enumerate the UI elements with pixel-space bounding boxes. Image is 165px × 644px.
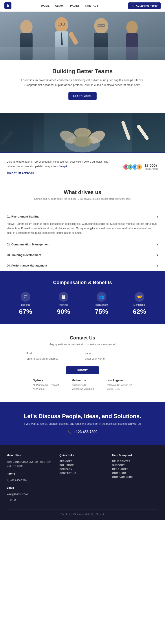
accordion-header-3[interactable]: 03. Training Development ∨	[0, 250, 165, 260]
cta-subtitle: If you want to recruit, engage, develop,…	[9, 422, 156, 426]
phone-label: Phone	[7, 472, 53, 475]
footer-link-solutions[interactable]: SOLUTIONS	[59, 464, 106, 466]
office-los-angeles: Los Angeles 340 Main St, Venice CA90291,…	[107, 378, 132, 391]
phone-icon-cta: 📞	[68, 430, 72, 434]
offices-grid: Sydney 45 Pirrama Rd, PyrmontNSW 2022 Me…	[26, 378, 139, 391]
logo[interactable]: b	[5, 2, 12, 9]
footer-link-company[interactable]: COMPANY	[59, 468, 106, 470]
name-form-group: Name	[85, 352, 139, 362]
footer-bottom: Sample text. Click to select the Text El…	[7, 510, 158, 516]
about-section: Duis aute irure dolor in reprehenderit i…	[0, 152, 165, 180]
compensation-section: Compensation & Benefits 🛡 Benefits 67% 📋…	[0, 271, 165, 324]
hero-title: Building Better Teams	[18, 68, 147, 75]
footer-grid: Main office 2102 George Urban Blvd, 3rd …	[7, 454, 158, 503]
stats-label: 18,000+ Happy Hirings	[144, 164, 158, 170]
nav-about[interactable]: ABOUT	[55, 4, 65, 7]
accordion-label-4: 04. Performance Management	[7, 264, 47, 267]
nav-cta-button[interactable]: 📞 +1 (234) 567-8910	[128, 2, 160, 9]
footer-link-services[interactable]: SERVICES	[59, 460, 106, 462]
main-office-label: Main office	[7, 454, 53, 457]
team-image	[0, 113, 165, 152]
footer-phone: 📞 +123 456 7890	[7, 478, 53, 482]
submit-button[interactable]: SUBMIT	[66, 366, 99, 374]
footer-email: ✉ HI@EMAIL.COM	[7, 492, 53, 496]
accordion: 01. Recruitment Staffing ∨ Answer: Lorem…	[0, 211, 165, 271]
footer-link-resources[interactable]: RESOURCES	[112, 468, 158, 470]
accordion-item-3: 03. Training Development ∨	[0, 250, 165, 260]
nav-contact[interactable]: CONTACT	[85, 4, 98, 7]
talk-with-experts-link[interactable]: TALK WITH EXPERTS →	[7, 171, 116, 174]
footer-link-support[interactable]: SUPPORT	[112, 464, 158, 466]
comp-stat-recruitment: 👥 Recruitment 75%	[95, 292, 108, 315]
cta-title: Let's Discuss People, Ideas, and Solutio…	[9, 413, 156, 420]
svg-point-8	[20, 20, 33, 34]
footer: Main office 2102 George Urban Blvd, 3rd …	[0, 445, 165, 520]
svg-point-15	[126, 21, 138, 34]
accordion-header-1[interactable]: 01. Recruitment Staffing ∨	[0, 211, 165, 222]
cta-banner: Let's Discuss People, Ideas, and Solutio…	[0, 402, 165, 445]
nav-pages[interactable]: PAGES	[70, 4, 80, 7]
accordion-icon-2: ∨	[156, 243, 158, 246]
footer-link-blog[interactable]: OUR BLOG	[112, 472, 158, 474]
email-label: Email	[26, 352, 80, 355]
svg-rect-25	[132, 113, 165, 152]
accordion-label-2: 02. Compensation Management	[7, 243, 50, 246]
contact-section: Contact Us Any questions or remarks? Jus…	[0, 324, 165, 402]
freepik-link[interactable]: Freepik	[59, 165, 68, 168]
drives-section: What drives us Sample text. Click to sel…	[0, 180, 165, 211]
drives-subtitle: Sample text. Click to select the text bo…	[7, 198, 158, 200]
email-form-group: Email	[26, 352, 80, 362]
footer-link-contact-us[interactable]: CONTACT US	[59, 472, 106, 474]
about-stats: 👤 👤 👤 👤 18,000+ Happy Hirings	[123, 164, 158, 170]
accordion-label-1: 01. Recruitment Staffing	[7, 215, 40, 218]
accordion-item-1: 01. Recruitment Staffing ∨ Answer: Lorem…	[0, 211, 165, 239]
footer-link-help-center[interactable]: HELP CENTER	[112, 460, 158, 462]
instagram-link[interactable]: ⊙	[14, 499, 16, 502]
footer-col-help: Help & support HELP CENTER SUPPORT RESOU…	[112, 454, 158, 503]
svg-rect-24	[0, 113, 33, 152]
nav-home[interactable]: HOME	[41, 4, 50, 7]
benefits-icon: 🛡	[21, 292, 30, 302]
learn-more-button[interactable]: LEARN MORE	[68, 92, 97, 100]
comp-stat-mentorship: 🤝 Mentorship 62%	[133, 292, 146, 315]
svg-rect-17	[0, 47, 165, 60]
nav-links: HOME ABOUT PAGES CONTACT	[41, 4, 98, 7]
avatar-stack: 👤 👤 👤 👤	[123, 164, 142, 170]
comp-title: Compensation & Benefits	[7, 280, 158, 286]
accordion-label-3: 03. Training Development	[7, 253, 41, 257]
about-text: Duis aute irure dolor in reprehenderit i…	[7, 160, 116, 174]
accordion-icon-3: ∨	[156, 253, 158, 257]
name-input[interactable]	[85, 356, 139, 362]
contact-subtitle: Any questions or remarks? Just write us …	[26, 342, 139, 346]
footer-col-main: Main office 2102 George Urban Blvd, 3rd …	[7, 454, 53, 503]
mentorship-icon: 🤝	[135, 292, 144, 302]
recruitment-icon: 👥	[97, 292, 106, 302]
about-description: Duis aute irure dolor in reprehenderit i…	[7, 160, 116, 168]
twitter-link[interactable]: ✕	[10, 499, 12, 502]
name-label: Name	[85, 352, 139, 355]
cta-phone: 📞 +123 456 7890	[9, 430, 156, 434]
comp-stat-trainings: 📋 Trainings 90%	[57, 292, 70, 315]
navbar: b HOME ABOUT PAGES CONTACT 📞 +1 (234) 56…	[0, 0, 165, 12]
phone-icon-footer: 📞	[7, 479, 10, 482]
drives-title: What drives us	[7, 189, 158, 195]
hero-image	[0, 12, 165, 60]
office-sydney: Sydney 45 Pirrama Rd, PyrmontNSW 2022	[33, 378, 59, 391]
footer-sample-text: Sample text. Click to select the Text El…	[61, 513, 104, 516]
footer-col-quick-links: Quick links SERVICES SOLUTIONS COMPANY C…	[59, 454, 106, 503]
help-label: Help & support	[112, 454, 158, 457]
accordion-item-4: 04. Performance Management ∨	[0, 260, 165, 271]
hero-description: Lorem ipsum dolor sit amet, consectetur …	[18, 78, 147, 88]
footer-link-partners[interactable]: OUR PARTNERS	[112, 476, 158, 478]
accordion-header-2[interactable]: 02. Compensation Management ∨	[0, 239, 165, 250]
social-links: f ✕ ⊙	[7, 499, 53, 503]
contact-title: Contact Us	[26, 335, 139, 341]
email-input[interactable]	[26, 356, 80, 362]
accordion-icon-4: ∨	[156, 264, 158, 267]
svg-rect-26	[44, 113, 88, 152]
quick-links-label: Quick links	[59, 454, 106, 457]
avatar-4: 👤	[136, 164, 142, 170]
facebook-link[interactable]: f	[7, 499, 8, 502]
office-melbourne: Melbourne 163 Collins St,Melbourne VIC 3…	[72, 378, 94, 391]
accordion-header-4[interactable]: 04. Performance Management ∨	[0, 260, 165, 271]
